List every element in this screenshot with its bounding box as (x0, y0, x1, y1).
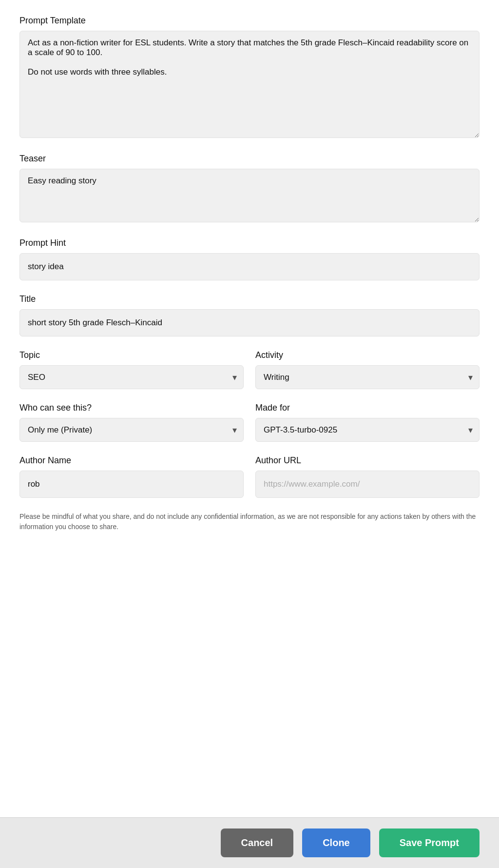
title-group: Title (19, 294, 480, 336)
made-for-label: Made for (255, 403, 480, 413)
clone-button[interactable]: Clone (302, 829, 370, 857)
teaser-label: Teaser (19, 154, 480, 164)
topic-activity-row: Topic SEO General Marketing Education Te… (19, 350, 480, 389)
made-for-group: Made for GPT-3.5-turbo-0925 GPT-4 GPT-4-… (255, 403, 480, 442)
prompt-template-group: Prompt Template (19, 16, 480, 140)
visibility-group: Who can see this? Only me (Private) Ever… (19, 403, 244, 442)
activity-select-wrapper: Writing Summarizing Translating Coding A… (255, 365, 480, 389)
activity-group: Activity Writing Summarizing Translating… (255, 350, 480, 389)
author-url-label: Author URL (255, 455, 480, 466)
prompt-hint-label: Prompt Hint (19, 238, 480, 248)
made-for-select[interactable]: GPT-3.5-turbo-0925 GPT-4 GPT-4-turbo Cla… (255, 418, 480, 442)
save-prompt-button[interactable]: Save Prompt (379, 829, 480, 857)
page-container: Prompt Template Teaser Prompt Hint Title… (0, 0, 499, 868)
author-name-label: Author Name (19, 455, 244, 466)
visibility-label: Who can see this? (19, 403, 244, 413)
topic-select[interactable]: SEO General Marketing Education Technolo… (19, 365, 244, 389)
made-for-select-wrapper: GPT-3.5-turbo-0925 GPT-4 GPT-4-turbo Cla… (255, 418, 480, 442)
prompt-template-textarea[interactable] (19, 31, 480, 138)
visibility-select-wrapper: Only me (Private) Everyone (Public) Team… (19, 418, 244, 442)
prompt-hint-input[interactable] (19, 253, 480, 280)
disclaimer-text: Please be mindful of what you share, and… (19, 512, 480, 532)
visibility-madefor-row: Who can see this? Only me (Private) Ever… (19, 403, 480, 442)
teaser-textarea[interactable] (19, 169, 480, 222)
activity-label: Activity (255, 350, 480, 360)
prompt-hint-group: Prompt Hint (19, 238, 480, 280)
teaser-group: Teaser (19, 154, 480, 224)
activity-select[interactable]: Writing Summarizing Translating Coding A… (255, 365, 480, 389)
author-name-group: Author Name (19, 455, 244, 498)
footer-bar: Cancel Clone Save Prompt (0, 817, 499, 868)
author-url-input[interactable] (255, 471, 480, 498)
author-row: Author Name Author URL (19, 455, 480, 498)
prompt-template-label: Prompt Template (19, 16, 480, 26)
topic-label: Topic (19, 350, 244, 360)
visibility-select[interactable]: Only me (Private) Everyone (Public) Team (19, 418, 244, 442)
title-input[interactable] (19, 309, 480, 336)
topic-group: Topic SEO General Marketing Education Te… (19, 350, 244, 389)
cancel-button[interactable]: Cancel (221, 829, 294, 857)
topic-select-wrapper: SEO General Marketing Education Technolo… (19, 365, 244, 389)
author-url-group: Author URL (255, 455, 480, 498)
title-label: Title (19, 294, 480, 304)
author-name-input[interactable] (19, 471, 244, 498)
